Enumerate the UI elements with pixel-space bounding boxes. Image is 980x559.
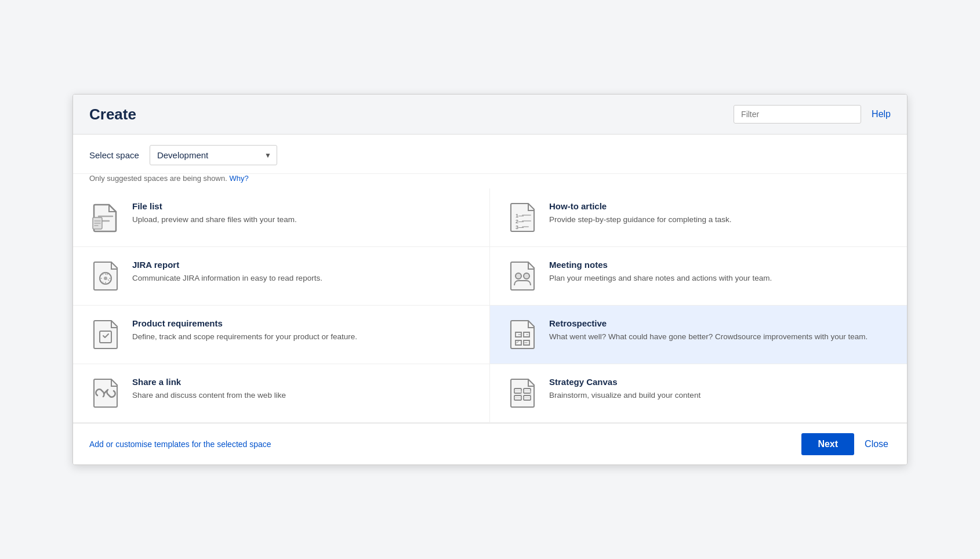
template-desc-jira-report: Communicate JIRA information in easy to … — [132, 273, 473, 284]
space-selector-label: Select space — [89, 150, 139, 160]
template-name-strategy-canvas: Strategy Canvas — [549, 377, 891, 387]
template-item-share-a-link[interactable]: Share a link Share and discuss content f… — [73, 364, 490, 423]
svg-point-6 — [516, 273, 521, 279]
template-item-retrospective[interactable]: Retrospective What went well? What could… — [490, 306, 907, 364]
template-desc-share-a-link: Share and discuss content from the web l… — [132, 390, 473, 401]
template-name-share-a-link: Share a link — [132, 377, 473, 387]
templates-grid: File list Upload, preview and share file… — [73, 188, 907, 423]
template-text-meeting-notes: Meeting notes Plan your meetings and sha… — [549, 260, 891, 284]
svg-text:1—: 1— — [516, 213, 524, 219]
template-desc-strategy-canvas: Brainstorm, visualize and build your con… — [549, 390, 891, 401]
template-item-jira-report[interactable]: JIRA report Communicate JIRA information… — [73, 247, 490, 306]
space-selector-section: Select space Development ▼ Only suggeste… — [73, 135, 907, 188]
template-name-how-to-article: How-to article — [549, 201, 891, 211]
template-desc-product-requirements: Define, track and scope requirements for… — [132, 331, 473, 343]
why-link[interactable]: Why? — [229, 174, 248, 183]
space-select-wrapper: Development ▼ — [150, 145, 277, 165]
dialog-footer: Add or customise templates for the selec… — [73, 423, 907, 464]
template-desc-retrospective: What went well? What could have gone bet… — [549, 331, 891, 343]
template-text-file-list: File list Upload, preview and share file… — [132, 201, 473, 226]
template-item-product-requirements[interactable]: Product requirements Define, track and s… — [73, 306, 490, 364]
template-desc-how-to-article: Provide step-by-step guidance for comple… — [549, 214, 891, 226]
retrospective-icon — [506, 318, 539, 351]
share-link-icon — [89, 377, 122, 409]
product-req-icon — [89, 318, 122, 351]
template-desc-file-list: Upload, preview and share files with you… — [132, 214, 473, 226]
jira-report-icon — [89, 260, 122, 292]
dialog-title: Create — [89, 106, 136, 124]
template-name-file-list: File list — [132, 201, 473, 211]
template-text-share-a-link: Share a link Share and discuss content f… — [132, 377, 473, 401]
how-to-icon: 1— 2— 3— — [506, 201, 539, 234]
svg-point-5 — [104, 277, 107, 280]
template-item-how-to-article[interactable]: 1— 2— 3— How-to article Provide step-by-… — [490, 188, 907, 247]
template-text-strategy-canvas: Strategy Canvas Brainstorm, visualize an… — [549, 377, 891, 401]
template-item-strategy-canvas[interactable]: Strategy Canvas Brainstorm, visualize an… — [490, 364, 907, 423]
strategy-icon — [506, 377, 539, 409]
help-link[interactable]: Help — [872, 109, 891, 119]
template-text-product-requirements: Product requirements Define, track and s… — [132, 318, 473, 343]
header-right: Help — [734, 105, 891, 124]
dialog-header: Create Help — [73, 95, 907, 135]
svg-point-7 — [524, 273, 529, 279]
template-text-jira-report: JIRA report Communicate JIRA information… — [132, 260, 473, 284]
template-item-meeting-notes[interactable]: Meeting notes Plan your meetings and sha… — [490, 247, 907, 306]
template-name-retrospective: Retrospective — [549, 318, 891, 328]
next-button[interactable]: Next — [801, 433, 854, 455]
create-dialog: Create Help Select space Development ▼ O… — [72, 94, 908, 465]
template-text-retrospective: Retrospective What went well? What could… — [549, 318, 891, 343]
file-list-icon — [89, 201, 122, 234]
template-name-jira-report: JIRA report — [132, 260, 473, 270]
template-desc-meeting-notes: Plan your meetings and share notes and a… — [549, 273, 891, 284]
template-item-file-list[interactable]: File list Upload, preview and share file… — [73, 188, 490, 247]
footer-actions: Next Close — [801, 433, 891, 455]
space-hint: Only suggested spaces are being shown. W… — [73, 174, 907, 188]
template-name-meeting-notes: Meeting notes — [549, 260, 891, 270]
filter-input[interactable] — [734, 105, 861, 124]
space-select[interactable]: Development — [150, 145, 277, 165]
space-selector-row: Select space Development ▼ — [73, 135, 907, 174]
add-customise-link[interactable]: Add or customise templates for the selec… — [89, 440, 271, 449]
close-button[interactable]: Close — [862, 433, 891, 455]
template-name-product-requirements: Product requirements — [132, 318, 473, 328]
template-text-how-to-article: How-to article Provide step-by-step guid… — [549, 201, 891, 226]
svg-text:3—: 3— — [516, 224, 524, 230]
svg-text:2—: 2— — [516, 219, 524, 224]
meeting-notes-icon — [506, 260, 539, 292]
